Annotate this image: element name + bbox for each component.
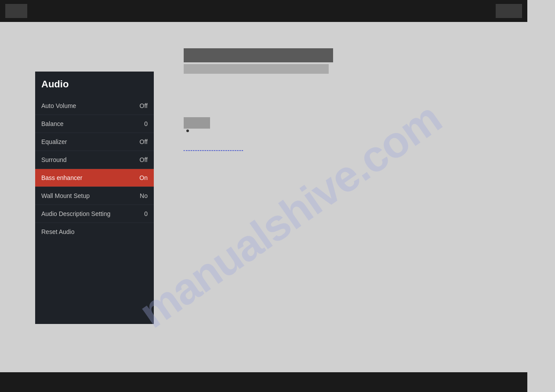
menu-item-bass-enhancer[interactable]: Bass enhancer On	[35, 169, 154, 187]
menu-item-wall-mount[interactable]: Wall Mount Setup No	[35, 187, 154, 205]
top-bar-left-button[interactable]	[5, 4, 27, 18]
equalizer-value: Off	[140, 138, 148, 145]
bullet-point	[186, 129, 189, 132]
surround-value: Off	[140, 156, 148, 163]
reset-audio-label: Reset Audio	[41, 228, 75, 235]
menu-item-balance[interactable]: Balance 0	[35, 115, 154, 133]
top-bar-right-button[interactable]	[496, 4, 522, 18]
audio-description-label: Audio Description Setting	[41, 210, 110, 217]
wall-mount-label: Wall Mount Setup	[41, 192, 90, 199]
balance-label: Balance	[41, 120, 64, 127]
bottom-bar	[0, 372, 527, 392]
menu-item-surround[interactable]: Surround Off	[35, 151, 154, 169]
top-bar	[0, 0, 527, 22]
audio-panel-title: Audio	[35, 72, 154, 97]
equalizer-label: Equalizer	[41, 138, 67, 145]
menu-item-auto-volume[interactable]: Auto Volume Off	[35, 97, 154, 115]
audio-description-value: 0	[144, 210, 148, 217]
small-element	[184, 117, 210, 129]
top-dark-bar2	[184, 64, 329, 74]
surround-label: Surround	[41, 156, 67, 163]
bass-enhancer-label: Bass enhancer	[41, 174, 82, 181]
content-area: manualshive.com Audio Auto Volume Off Ba…	[0, 22, 527, 372]
top-dark-bar1	[184, 48, 333, 62]
auto-volume-label: Auto Volume	[41, 102, 76, 109]
auto-volume-value: Off	[140, 102, 148, 109]
menu-item-equalizer[interactable]: Equalizer Off	[35, 133, 154, 151]
empty-area	[35, 241, 154, 320]
bass-enhancer-value: On	[139, 174, 148, 181]
watermark-text: manualshive.com	[130, 93, 450, 338]
dotted-line	[184, 150, 243, 151]
balance-value: 0	[144, 120, 148, 127]
wall-mount-value: No	[140, 192, 148, 199]
menu-item-audio-description[interactable]: Audio Description Setting 0	[35, 205, 154, 223]
menu-item-reset-audio[interactable]: Reset Audio	[35, 223, 154, 241]
audio-panel: Audio Auto Volume Off Balance 0 Equalize…	[35, 72, 154, 324]
